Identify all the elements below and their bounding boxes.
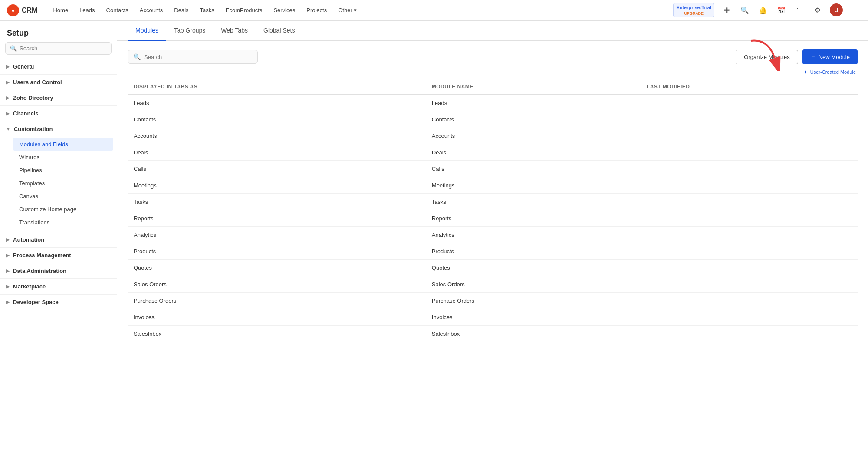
nav-projects[interactable]: Projects xyxy=(301,4,332,16)
table-row: AccountsAccounts xyxy=(128,128,858,144)
nav-contacts[interactable]: Contacts xyxy=(101,4,134,16)
enterprise-badge: Enterprise-Trial UPGRADE xyxy=(673,3,714,18)
sidebar-section-header-general[interactable]: ▶ General xyxy=(0,59,117,74)
sidebar-item-pipelines[interactable]: Pipelines xyxy=(13,164,113,177)
chevron-right-icon-data: ▶ xyxy=(6,268,10,273)
sidebar-section-data-admin: ▶ Data Administration xyxy=(0,263,117,279)
table-row: InvoicesInvoices xyxy=(128,309,858,326)
sidebar-section-label-general: General xyxy=(13,63,34,70)
main-content-area: Modules Tab Groups Web Tabs Global Sets xyxy=(117,21,868,468)
nav-other[interactable]: Other ▾ xyxy=(333,4,362,16)
sidebar-section-header-developer[interactable]: ▶ Developer Space xyxy=(0,295,117,310)
cell-display-name[interactable]: Calls xyxy=(128,161,426,177)
cell-display-name[interactable]: Invoices xyxy=(128,309,426,326)
sidebar-section-header-automation[interactable]: ▶ Automation xyxy=(0,232,117,247)
avatar[interactable]: U xyxy=(830,3,843,16)
sidebar-item-translations[interactable]: Translations xyxy=(13,216,113,229)
sidebar-title: Setup xyxy=(0,21,117,42)
nav-services[interactable]: Services xyxy=(268,4,300,16)
cell-display-name: Analytics xyxy=(128,227,426,243)
cell-module-name: SalesInbox xyxy=(426,326,641,342)
cell-display-name[interactable]: Accounts xyxy=(128,128,426,144)
chevron-right-icon: ▶ xyxy=(6,64,10,69)
tab-tab-groups[interactable]: Tab Groups xyxy=(166,21,213,41)
cell-display-name[interactable]: Contacts xyxy=(128,111,426,128)
sidebar-item-canvas[interactable]: Canvas xyxy=(13,190,113,203)
nav-deals[interactable]: Deals xyxy=(169,4,194,16)
cell-display-name[interactable]: Sales Orders xyxy=(128,276,426,293)
cell-module-name: Deals xyxy=(426,144,641,161)
sidebar-item-wizards[interactable]: Wizards xyxy=(13,151,113,164)
cell-display-name[interactable]: Tasks xyxy=(128,194,426,210)
cell-display-name[interactable]: Purchase Orders xyxy=(128,293,426,309)
nav-home[interactable]: Home xyxy=(48,4,73,16)
chevron-right-icon-channels: ▶ xyxy=(6,111,10,116)
cell-display-name[interactable]: Meetings xyxy=(128,177,426,194)
notifications-icon[interactable]: 🔔 xyxy=(757,4,769,16)
tab-global-sets[interactable]: Global Sets xyxy=(256,21,302,41)
nav-leads[interactable]: Leads xyxy=(74,4,100,16)
nav-tasks[interactable]: Tasks xyxy=(195,4,220,16)
sidebar-section-process-mgmt: ▶ Process Management xyxy=(0,248,117,263)
sidebar-section-header-data-admin[interactable]: ▶ Data Administration xyxy=(0,263,117,278)
search-input[interactable] xyxy=(144,54,252,60)
sidebar-item-templates[interactable]: Templates xyxy=(13,177,113,190)
sidebar-section-header-customization[interactable]: ▼ Customization xyxy=(0,121,117,137)
sidebar-section-header-zoho-dir[interactable]: ▶ Zoho Directory xyxy=(0,90,117,105)
settings-icon[interactable]: ⚙ xyxy=(812,4,824,16)
sidebar-item-customize-home[interactable]: Customize Home page xyxy=(13,203,113,216)
table-row: DealsDeals xyxy=(128,144,858,161)
cell-display-name[interactable]: Products xyxy=(128,243,426,260)
search-icon[interactable]: 🔍 xyxy=(739,4,751,16)
create-icon[interactable]: ✚ xyxy=(720,4,733,16)
cell-display-name: SalesInbox xyxy=(128,326,426,342)
table-row: QuotesQuotes xyxy=(128,260,858,276)
cell-last-modified xyxy=(641,95,858,111)
cell-module-name: Meetings xyxy=(426,177,641,194)
files-icon[interactable]: 🗂 xyxy=(793,4,806,16)
sidebar-section-label-users: Users and Control xyxy=(13,79,62,85)
upgrade-text: UPGRADE xyxy=(676,11,711,16)
search-icon-toolbar: 🔍 xyxy=(133,53,141,60)
sidebar-section-label-process-mgmt: Process Management xyxy=(13,252,71,259)
nav-ecomproducts[interactable]: EcomProducts xyxy=(220,4,268,16)
sidebar-section-header-marketplace[interactable]: ▶ Marketplace xyxy=(0,279,117,294)
top-nav-actions: Enterprise-Trial UPGRADE ✚ 🔍 🔔 📅 🗂 ⚙ U ⋮ xyxy=(673,3,861,18)
tab-modules[interactable]: Modules xyxy=(128,21,166,41)
sidebar-section-customization: ▼ Customization Modules and Fields Wizar… xyxy=(0,121,117,232)
calendar-icon[interactable]: 📅 xyxy=(775,4,787,16)
table-row: AnalyticsAnalytics xyxy=(128,227,858,243)
cell-module-name: Quotes xyxy=(426,260,641,276)
sidebar-section-automation: ▶ Automation xyxy=(0,232,117,248)
new-module-button[interactable]: ＋ New Module xyxy=(802,49,858,64)
plus-icon: ＋ xyxy=(810,53,816,61)
sidebar-search-container[interactable]: 🔍 xyxy=(5,42,112,55)
app-logo[interactable]: ● CRM xyxy=(7,4,37,16)
nav-accounts[interactable]: Accounts xyxy=(135,4,168,16)
search-container[interactable]: 🔍 xyxy=(128,50,258,64)
tab-web-tabs[interactable]: Web Tabs xyxy=(213,21,256,41)
tabs-bar: Modules Tab Groups Web Tabs Global Sets xyxy=(117,21,868,41)
table-row: MeetingsMeetings xyxy=(128,177,858,194)
table-row: Purchase OrdersPurchase Orders xyxy=(128,293,858,309)
organize-modules-button[interactable]: Organize Modules xyxy=(736,50,798,64)
sidebar-item-modules-fields[interactable]: Modules and Fields xyxy=(13,138,113,151)
star-icon: ✦ xyxy=(803,69,807,75)
sidebar-section-zoho-dir: ▶ Zoho Directory xyxy=(0,90,117,106)
sidebar-search-input[interactable] xyxy=(20,45,107,52)
cell-display-name[interactable]: Leads xyxy=(128,95,426,111)
enterprise-trial-text: Enterprise-Trial xyxy=(676,4,711,11)
sidebar-section-header-process-mgmt[interactable]: ▶ Process Management xyxy=(0,248,117,263)
chevron-right-icon-automation: ▶ xyxy=(6,237,10,242)
grid-icon[interactable]: ⋮ xyxy=(849,4,861,16)
cell-display-name[interactable]: Quotes xyxy=(128,260,426,276)
cell-module-name: Tasks xyxy=(426,194,641,210)
sidebar-section-marketplace: ▶ Marketplace xyxy=(0,279,117,295)
sidebar-section-header-channels[interactable]: ▶ Channels xyxy=(0,106,117,121)
col-display-name: Displayed in tabs as xyxy=(128,79,426,95)
chevron-right-icon-zoho: ▶ xyxy=(6,95,10,100)
sidebar-section-header-users[interactable]: ▶ Users and Control xyxy=(0,75,117,90)
cell-module-name: Sales Orders xyxy=(426,276,641,293)
cell-display-name[interactable]: Deals xyxy=(128,144,426,161)
chevron-right-icon-developer: ▶ xyxy=(6,300,10,304)
